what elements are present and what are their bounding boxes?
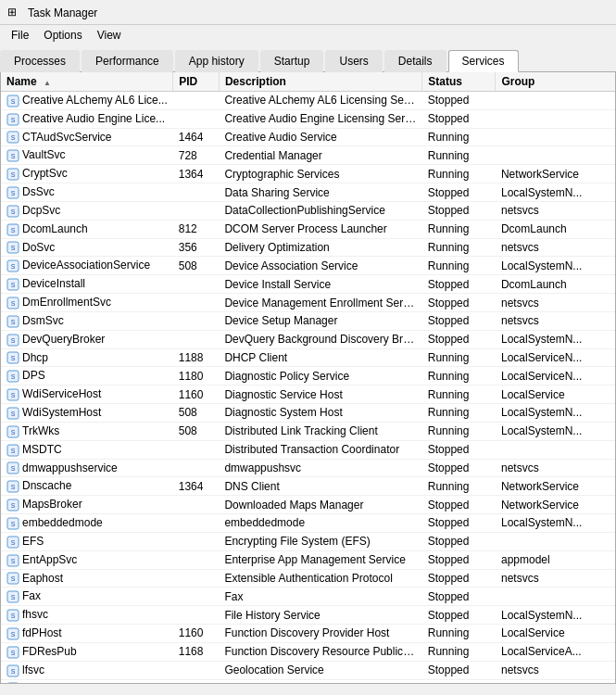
cell-name: SDeviceInstall <box>1 275 173 294</box>
cell-pid: 1160 <box>173 385 220 404</box>
cell-status: Stopped <box>422 514 496 533</box>
cell-group <box>496 679 615 684</box>
table-row[interactable]: SDPS1180Diagnostic Policy ServiceRunning… <box>1 367 615 385</box>
cell-name: SWdiServiceHost <box>1 385 173 404</box>
table-row[interactable]: SDoSvc356Delivery OptimizationRunningnet… <box>1 238 615 257</box>
cell-group: LocalService <box>496 385 615 404</box>
table-row[interactable]: SDeviceAssociationService508Device Assoc… <box>1 257 615 275</box>
service-name-text: WdiServiceHost <box>22 387 101 400</box>
table-row[interactable]: SFDResPub1168Function Discovery Resource… <box>1 642 615 661</box>
table-row[interactable]: SgupdateGoogle Update Service (gupdate)S… <box>1 679 615 684</box>
table-row[interactable]: SDeviceInstallDevice Install ServiceStop… <box>1 275 615 294</box>
service-icon: S <box>6 95 19 107</box>
table-row[interactable]: SEaphostExtensible Authentication Protoc… <box>1 569 615 588</box>
cell-pid: 356 <box>173 238 220 257</box>
cell-name: SDnscache <box>1 477 173 496</box>
table-row[interactable]: SFaxFaxStopped <box>1 588 615 606</box>
cell-desc: Delivery Optimization <box>219 238 421 257</box>
table-row[interactable]: SWdiServiceHost1160Diagnostic Service Ho… <box>1 385 615 404</box>
table-row[interactable]: SMSDTCDistributed Transaction Coordinato… <box>1 440 615 459</box>
cell-desc: Diagnostic System Host <box>219 404 421 423</box>
cell-group: netsvcs <box>496 238 615 257</box>
service-name-text: lfsvc <box>22 663 44 676</box>
tab-services[interactable]: Services <box>448 50 519 72</box>
table-row[interactable]: SDevQueryBrokerDevQuery Background Disco… <box>1 330 615 348</box>
table-row[interactable]: SDmEnrollmentSvcDevice Management Enroll… <box>1 294 615 312</box>
cell-desc: File History Service <box>219 606 421 625</box>
table-row[interactable]: STrkWks508Distributed Link Tracking Clie… <box>1 422 615 440</box>
cell-desc: Device Association Service <box>219 257 421 275</box>
table-row[interactable]: SCreative ALchemy AL6 Lice...Creative AL… <box>1 92 615 110</box>
table-row[interactable]: SVaultSvc728Credential ManagerRunning <box>1 146 615 165</box>
svg-text:S: S <box>11 668 16 675</box>
table-row[interactable]: SWdiSystemHost508Diagnostic System HostR… <box>1 404 615 423</box>
tab-processes[interactable]: Processes <box>0 50 80 72</box>
table-row[interactable]: SlfsvcGeolocation ServiceStoppednetsvcs <box>1 661 615 679</box>
service-icon: S <box>6 627 19 640</box>
service-name-text: fhsvc <box>22 608 48 621</box>
tab-details[interactable]: Details <box>384 50 446 72</box>
table-row[interactable]: SEFSEncrypting File System (EFS)Stopped <box>1 532 615 550</box>
table-row[interactable]: SembeddedmodeembeddedmodeStoppedLocalSys… <box>1 514 615 533</box>
service-icon: S <box>6 241 19 254</box>
service-icon: S <box>6 536 19 549</box>
service-name-text: Dhcp <box>22 351 48 364</box>
menu-options[interactable]: Options <box>36 27 89 44</box>
col-header-group[interactable]: Group <box>496 72 615 92</box>
tab-app-history[interactable]: App history <box>175 50 258 72</box>
table-row[interactable]: SMapsBrokerDownloaded Maps ManagerStoppe… <box>1 496 615 514</box>
cell-name: Sdmwappushservice <box>1 459 173 477</box>
tab-startup[interactable]: Startup <box>260 50 324 72</box>
table-row[interactable]: SfdPHost1160Function Discovery Provider … <box>1 625 615 643</box>
col-header-status[interactable]: Status <box>422 72 496 92</box>
service-name-text: WdiSystemHost <box>22 406 101 419</box>
service-name-text: EntAppSvc <box>22 553 77 566</box>
cell-group: LocalSystemN... <box>496 606 615 625</box>
cell-status: Running <box>422 165 496 183</box>
table-row[interactable]: SEntAppSvcEnterprise App Management Serv… <box>1 550 615 569</box>
menu-view[interactable]: View <box>90 27 129 44</box>
cell-group: DcomLaunch <box>496 275 615 294</box>
cell-name: SMSDTC <box>1 440 173 459</box>
cell-pid: 508 <box>173 422 220 440</box>
svg-text:S: S <box>11 448 16 454</box>
cell-group: DcomLaunch <box>496 220 615 238</box>
table-row[interactable]: SDnscache1364DNS ClientRunningNetworkSer… <box>1 477 615 496</box>
service-icon: S <box>6 554 19 567</box>
cell-pid <box>173 311 220 330</box>
service-name-text: DmEnrollmentSvc <box>22 296 111 309</box>
col-header-pid[interactable]: PID <box>173 72 220 92</box>
cell-pid: 1160 <box>173 625 220 643</box>
table-row[interactable]: SDcpSvcDataCollectionPublishingServiceSt… <box>1 201 615 220</box>
services-table-container[interactable]: Name ▲ PID Description Status Group SCre… <box>0 72 616 684</box>
col-header-name[interactable]: Name ▲ <box>1 72 173 92</box>
cell-status: Stopped <box>422 459 496 477</box>
cell-status: Running <box>422 642 496 661</box>
table-row[interactable]: SDsSvcData Sharing ServiceStoppedLocalSy… <box>1 183 615 202</box>
service-icon: S <box>6 425 19 438</box>
service-icon: S <box>6 480 19 493</box>
tab-performance[interactable]: Performance <box>82 50 173 72</box>
service-name-text: DevQueryBroker <box>22 333 105 346</box>
menu-file[interactable]: File <box>4 27 36 44</box>
table-row[interactable]: SDsmSvcDevice Setup ManagerStoppednetsvc… <box>1 311 615 330</box>
service-icon: S <box>6 646 19 659</box>
cell-name: SCreative Audio Engine Lice... <box>1 109 173 128</box>
cell-name: SDevQueryBroker <box>1 330 173 348</box>
cell-group: LocalSystemN... <box>496 404 615 423</box>
cell-name: SDoSvc <box>1 238 173 257</box>
table-row[interactable]: SCTAudSvcService1464Creative Audio Servi… <box>1 128 615 146</box>
table-row[interactable]: SfhsvcFile History ServiceStoppedLocalSy… <box>1 606 615 625</box>
col-header-desc[interactable]: Description <box>219 72 421 92</box>
service-icon: S <box>6 407 19 420</box>
table-row[interactable]: SCryptSvc1364Cryptographic ServicesRunni… <box>1 165 615 183</box>
cell-desc: Downloaded Maps Manager <box>219 496 421 514</box>
cell-pid: 1168 <box>173 642 220 661</box>
table-row[interactable]: SCreative Audio Engine Lice...Creative A… <box>1 109 615 128</box>
cell-status: Stopped <box>422 183 496 202</box>
cell-status: Running <box>422 404 496 423</box>
table-row[interactable]: SdmwappushservicedmwappushsvcStoppednets… <box>1 459 615 477</box>
tab-users[interactable]: Users <box>325 50 382 72</box>
table-row[interactable]: SDcomLaunch812DCOM Server Process Launch… <box>1 220 615 238</box>
table-row[interactable]: SDhcp1188DHCP ClientRunningLocalServiceN… <box>1 348 615 367</box>
